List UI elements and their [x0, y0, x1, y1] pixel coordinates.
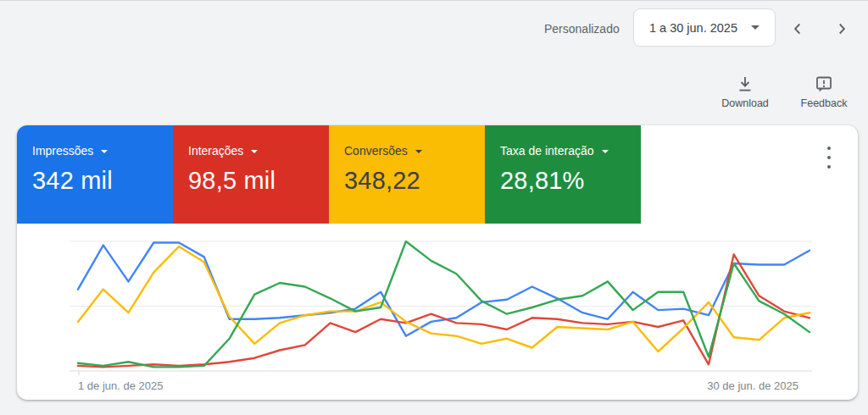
scorecard-conversions[interactable]: Conversões 348,22 [329, 125, 485, 224]
scorecard-impressions[interactable]: Impressões 342 mil [17, 125, 173, 224]
more-options-button[interactable] [821, 147, 837, 169]
scorecard-label: Taxa de interação [500, 144, 641, 158]
download-button[interactable]: Download [715, 75, 775, 109]
chevron-down-icon [251, 150, 258, 153]
scorecard-value: 348,22 [344, 167, 485, 195]
x-axis-labels: 1 de jun. de 2025 30 de jun. de 2025 [70, 379, 812, 392]
scorecard-interactions[interactable]: Interações 98,5 mil [173, 125, 329, 224]
download-icon [736, 75, 754, 93]
chevron-down-icon [751, 25, 760, 30]
x-axis-end-label: 30 de jun. de 2025 [707, 379, 798, 392]
performance-card: Impressões 342 mil Interações 98,5 mil C… [17, 125, 858, 400]
kebab-dot [827, 147, 831, 150]
scorecard-value: 98,5 mil [188, 167, 329, 195]
chart-line-Impressões [78, 243, 810, 336]
scorecard-label: Conversões [344, 144, 485, 158]
scorecard-row: Impressões 342 mil Interações 98,5 mil C… [17, 125, 641, 224]
scorecard-label: Impressões [32, 144, 173, 158]
kebab-dot [827, 165, 831, 169]
x-axis-start-label: 1 de jun. de 2025 [78, 379, 163, 392]
chevron-right-icon [832, 19, 851, 38]
time-series-chart [70, 237, 812, 381]
scorecard-interaction-rate[interactable]: Taxa de interação 28,81% [485, 125, 641, 224]
feedback-icon [815, 75, 833, 93]
scorecard-label: Interações [188, 144, 329, 158]
scorecard-value: 28,81% [500, 167, 641, 195]
download-label: Download [721, 97, 769, 109]
feedback-label: Feedback [801, 97, 848, 109]
date-range-selector[interactable]: 1 a 30 jun. 2025 [633, 8, 776, 47]
date-range-value: 1 a 30 jun. 2025 [649, 21, 737, 35]
scorecard-value: 342 mil [32, 167, 173, 195]
chevron-down-icon [415, 150, 422, 153]
previous-period-button[interactable] [785, 16, 810, 42]
ads-report-page: Personalizado 1 a 30 jun. 2025 Download … [0, 0, 868, 415]
kebab-dot [827, 156, 831, 159]
chevron-left-icon [788, 19, 807, 38]
date-mode-label: Personalizado [544, 22, 620, 36]
feedback-button[interactable]: Feedback [794, 75, 854, 109]
chevron-down-icon [101, 150, 108, 153]
chevron-down-icon [602, 150, 609, 153]
next-period-button[interactable] [829, 16, 854, 42]
